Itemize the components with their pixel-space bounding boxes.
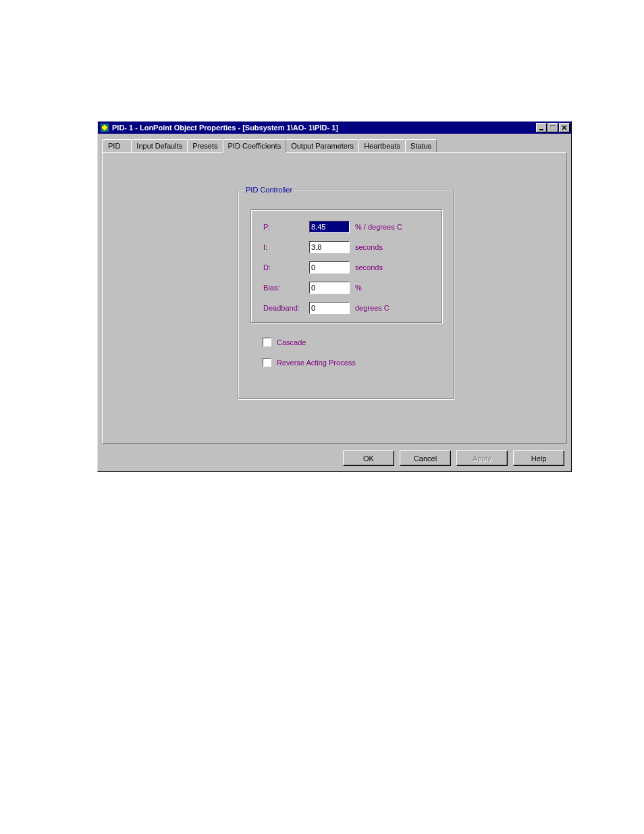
app-icon [99, 122, 110, 133]
tab-pid-coefficients[interactable]: PID Coefficients [223, 139, 287, 153]
tab-heartbeats[interactable]: Heartbeats [358, 139, 406, 152]
groupbox-legend: PID Controller [244, 186, 294, 194]
p-input[interactable] [309, 221, 350, 233]
cascade-label: Cascade [277, 338, 306, 346]
deadband-input[interactable] [309, 302, 350, 314]
checkbox-row-reverse: Reverse Acting Process [263, 358, 356, 367]
window-title: PID- 1 - LonPoint Object Properties - [S… [112, 124, 535, 132]
titlebar-buttons [535, 123, 570, 132]
d-input[interactable] [309, 261, 350, 273]
pid-controller-group: PID Controller P: % / degrees C I: secon… [238, 190, 454, 399]
bias-label: Bias: [263, 284, 309, 292]
cascade-checkbox[interactable] [263, 338, 271, 346]
deadband-label: Deadband: [263, 304, 309, 312]
field-row-deadband: Deadband: degrees C [263, 302, 390, 314]
p-label: P: [263, 223, 309, 231]
tab-status[interactable]: Status [405, 139, 437, 152]
deadband-unit: degrees C [355, 304, 390, 312]
i-unit: seconds [355, 243, 383, 251]
close-button[interactable] [559, 123, 570, 132]
tab-pid[interactable]: PID [102, 139, 132, 152]
reverse-label: Reverse Acting Process [277, 359, 356, 367]
help-button[interactable]: Help [513, 450, 564, 466]
minimize-button[interactable] [536, 123, 547, 132]
tab-output-parameters[interactable]: Output Parameters [286, 139, 359, 152]
tab-row: PID Input Defaults Presets PID Coefficie… [102, 139, 567, 152]
tab-presets[interactable]: Presets [187, 139, 223, 152]
i-input[interactable] [309, 241, 350, 253]
cancel-button[interactable]: Cancel [400, 450, 451, 466]
ok-button[interactable]: OK [343, 450, 394, 466]
dialog-window: PID- 1 - LonPoint Object Properties - [S… [97, 121, 572, 472]
checkbox-row-cascade: Cascade [263, 338, 306, 346]
reverse-checkbox[interactable] [263, 358, 271, 367]
d-unit: seconds [355, 263, 383, 271]
button-row: OK Cancel Apply Help [343, 450, 564, 466]
apply-button[interactable]: Apply [456, 450, 508, 466]
field-row-i: I: seconds [263, 241, 383, 253]
svg-rect-4 [550, 125, 556, 126]
tab-panel: PID Controller P: % / degrees C I: secon… [102, 152, 567, 444]
tab-input-defaults[interactable]: Input Defaults [131, 139, 188, 152]
d-label: D: [263, 263, 309, 271]
field-row-d: D: seconds [263, 261, 383, 273]
field-row-bias: Bias: % [263, 282, 362, 294]
p-unit: % / degrees C [355, 223, 402, 231]
bias-input[interactable] [309, 282, 350, 294]
i-label: I: [263, 243, 309, 251]
inner-group: P: % / degrees C I: seconds D: seconds B… [250, 209, 442, 323]
svg-rect-2 [539, 129, 543, 130]
field-row-p: P: % / degrees C [263, 221, 402, 233]
titlebar: PID- 1 - LonPoint Object Properties - [S… [98, 122, 571, 134]
maximize-button[interactable] [547, 123, 558, 132]
bias-unit: % [355, 284, 362, 292]
